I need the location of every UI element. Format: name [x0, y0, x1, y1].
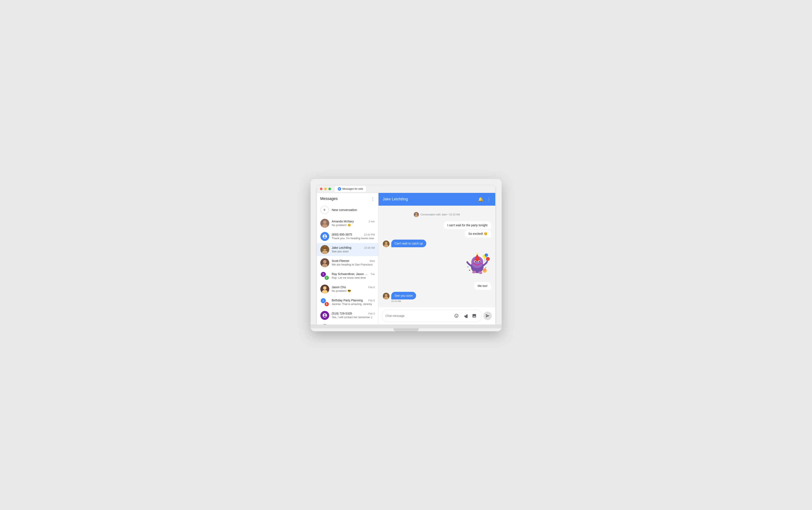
chat-input-wrapper	[382, 310, 482, 322]
conversation-item-peter[interactable]: Peter Paik Jan 20 I am available tomorro…	[317, 322, 378, 325]
tab-favicon: M	[338, 187, 341, 190]
conversation-item-amanda[interactable]: Amanda McNary 2 min No problem! 😊	[317, 217, 378, 230]
message-bubble-metoo: Me too!	[474, 282, 491, 290]
conv-time-jason: Feb 6	[368, 286, 375, 289]
svg-rect-6	[323, 247, 327, 249]
send-button[interactable]	[483, 311, 492, 320]
notification-icon[interactable]: 🔔	[478, 197, 483, 202]
conv-preview-jason: No problem! 😎	[332, 289, 375, 293]
avatar-jason	[320, 284, 329, 294]
new-conversation-button[interactable]: + New conversation	[317, 203, 378, 217]
close-icon[interactable]	[320, 188, 322, 190]
system-message: Conversation with Jake • 10:15 AM	[383, 212, 491, 217]
conv-name-jason: Jason Cho	[332, 286, 346, 289]
svg-point-37	[485, 253, 488, 257]
conv-info-ray: Ray Schwerdtner, Jason Tzou Tue Ray: Let…	[332, 272, 375, 279]
conv-info-jake: Jake Leichtling 10:34 AM See you soon	[332, 246, 375, 253]
conv-preview-amanda: No problem! 😊	[332, 223, 375, 227]
conversation-item-scott[interactable]: Scott Fleener Wed We are heading to San …	[317, 256, 378, 269]
conv-preview-scott: We are heading to San Francisco	[332, 263, 375, 266]
svg-point-8	[323, 260, 326, 263]
message-row-3: Can't wait to catch up	[383, 240, 491, 247]
conv-preview-phone2: Yes, I will contact her tomorrow :)	[332, 316, 375, 319]
conversation-item-ray[interactable]: T J Ray Schwerdtner, Jason Tzou Tue Ray:…	[317, 269, 378, 282]
conv-time-scott: Wed	[370, 260, 375, 263]
conv-name-ray: Ray Schwerdtner, Jason Tzou	[332, 272, 369, 276]
svg-point-33	[472, 263, 475, 265]
chat-messages: Conversation with Jake • 10:15 AM I can'…	[378, 206, 495, 307]
sticker-area	[383, 249, 491, 280]
conv-preview-ray: Ray: Let me know next time	[332, 276, 375, 279]
more-options-icon[interactable]: ⋮	[371, 196, 375, 202]
chat-message-input[interactable]	[385, 314, 453, 318]
conv-info-phone1: (650) 695-3875 12:44 PM Thank you. I'm h…	[332, 233, 375, 240]
sticker-icon[interactable]	[462, 312, 469, 320]
svg-point-42	[483, 268, 486, 271]
message-bubble-2: So excited! 😊	[465, 230, 491, 238]
avatar-ray-multi: T J	[320, 271, 329, 280]
conv-name-phone2: (519) 729-5335	[332, 312, 352, 315]
chat-more-icon[interactable]: ⋮	[487, 197, 491, 202]
new-conv-plus-icon: +	[320, 206, 329, 214]
svg-point-31	[475, 261, 476, 262]
svg-point-34	[480, 263, 482, 265]
message-bubble-1: I can't wait for the party tonight	[444, 221, 491, 229]
jake-avatar-msg	[383, 240, 389, 247]
party-sticker	[463, 250, 491, 279]
conv-time-jake: 10:34 AM	[364, 246, 375, 249]
svg-rect-45	[467, 266, 468, 267]
sidebar-header: Messages ⋮	[317, 193, 378, 203]
browser-titlebar: M Messages for web	[317, 185, 495, 193]
message-bubble-3: Can't wait to catch up	[391, 240, 426, 247]
input-icons	[453, 312, 478, 320]
svg-point-21	[384, 244, 388, 247]
conv-time-amanda: 2 min	[369, 220, 375, 223]
laptop-base	[311, 325, 502, 328]
tab-label: Messages for web	[342, 187, 363, 190]
svg-point-36	[486, 257, 490, 261]
conv-preview-phone1: Thank you. I'm heading home now.	[332, 237, 375, 240]
svg-point-28	[476, 253, 478, 255]
conversation-item-phone1[interactable]: (650) 695-3875 12:44 PM Thank you. I'm h…	[317, 230, 378, 243]
chat-contact-name: Jake Leichtling	[383, 197, 408, 202]
avatar-phone1	[320, 232, 329, 241]
browser-tab[interactable]: M Messages for web	[335, 186, 366, 192]
conv-name-birthday: Birthday Party Planning	[332, 299, 363, 302]
conv-name-scott: Scott Fleener	[332, 259, 349, 263]
conv-time-phone2: Feb 5	[368, 312, 375, 315]
conv-info-phone2: (519) 729-5335 Feb 5 Yes, I will contact…	[332, 312, 375, 319]
conversation-item-jake[interactable]: Jake Leichtling 10:34 AM See you soon	[317, 243, 378, 256]
jake-avatar-msg2	[383, 293, 389, 299]
conversation-item-birthday[interactable]: J A Birthday Party Planning Feb 6 Jacint…	[317, 296, 378, 309]
emoji-icon[interactable]	[453, 312, 460, 320]
message-row-seeyou: See you soon	[383, 292, 416, 299]
svg-point-11	[323, 286, 326, 290]
message-row-metoo: Me too!	[383, 282, 491, 290]
conv-name-phone1: (650) 695-3875	[332, 233, 352, 236]
maximize-icon[interactable]	[328, 188, 331, 190]
svg-rect-44	[485, 267, 486, 268]
avatar-birthday-multi: J A	[320, 298, 329, 307]
conversation-item-phone2[interactable]: (519) 729-5335 Feb 5 Yes, I will contact…	[317, 309, 378, 322]
conv-time-birthday: Feb 6	[368, 299, 375, 302]
conv-time-ray: Tue	[371, 273, 375, 276]
svg-line-38	[484, 259, 485, 262]
message-row-1: I can't wait for the party tonight	[444, 221, 491, 229]
avatar-peter	[320, 324, 329, 325]
app-content: Messages ⋮ + New conversation	[317, 193, 495, 325]
message-bubble-seeyou: See you soon	[391, 292, 416, 299]
svg-point-48	[384, 297, 388, 299]
conversation-item-jason[interactable]: Jason Cho Feb 6 No problem! 😎	[317, 282, 378, 296]
laptop-frame: M Messages for web Messages ⋮ + New conv…	[311, 179, 502, 331]
avatar-phone2	[320, 311, 329, 320]
conv-preview-jake: See you soon	[332, 250, 375, 253]
conv-time-phone1: 12:44 PM	[364, 233, 375, 236]
svg-point-18	[415, 215, 418, 217]
svg-point-17	[415, 213, 417, 215]
conv-name-amanda: Amanda McNary	[332, 220, 354, 223]
minimize-icon[interactable]	[324, 188, 327, 190]
sidebar: Messages ⋮ + New conversation	[317, 193, 378, 325]
svg-point-20	[385, 242, 387, 244]
chat-header: Jake Leichtling 🔔 ⋮	[378, 193, 495, 206]
image-icon[interactable]	[470, 312, 478, 320]
